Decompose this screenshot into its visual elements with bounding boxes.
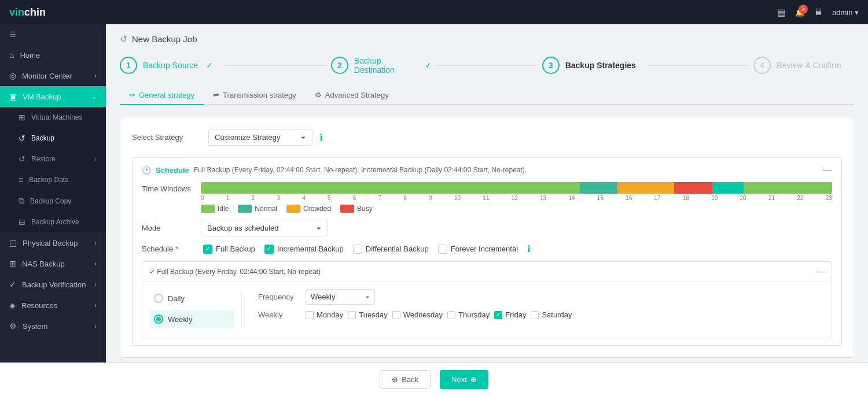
back-button[interactable]: ⊕ Back — [380, 370, 431, 389]
checkbox-full-backup[interactable]: ✓ Full Backup — [203, 245, 255, 254]
monitor-icon[interactable]: 🖥 — [814, 7, 823, 17]
day-friday-cb: ✓ — [494, 311, 502, 319]
resources-icon: ◈ — [9, 301, 16, 310]
admin-menu[interactable]: admin ▾ — [832, 8, 859, 17]
schedule-title: Schedule — [156, 166, 189, 175]
time-windows-numbers: 01234567891011121314151617181920212223 — [201, 195, 832, 201]
sidebar-item-backup[interactable]: ↺ Backup — [0, 128, 106, 149]
freq-option-weekly[interactable]: Weekly — [149, 310, 234, 328]
legend-idle: Idle — [201, 205, 229, 213]
checkbox-incremental-backup[interactable]: ✓ Incremental Backup — [264, 245, 344, 254]
chevron-right-icon: › — [94, 260, 97, 267]
back-icon: ⊕ — [392, 375, 398, 384]
chevron-right-icon: › — [94, 281, 97, 288]
sidebar-item-label: Backup Verification — [22, 280, 86, 289]
schedule-check-label: Schedule * — [142, 245, 194, 253]
notification-bell[interactable]: 🔔3 — [795, 8, 804, 17]
mode-select[interactable]: Backup as scheduled Manual — [201, 220, 328, 236]
new-backup-job-icon: ↺ — [120, 34, 127, 45]
sidebar-item-nas-backup[interactable]: ⊞ NAS Backup › — [0, 253, 106, 274]
tw-segment-busy — [674, 182, 712, 194]
schedule-section: 🕐 Schedule Full Backup (Every Friday, 02… — [132, 157, 842, 346]
day-tuesday[interactable]: Tuesday — [348, 310, 387, 319]
sidebar-toggle[interactable]: ☰ — [0, 24, 106, 45]
day-saturday[interactable]: Saturday — [531, 310, 572, 319]
strategy-select[interactable]: Customize Strategy Default Strategy — [208, 129, 312, 146]
logo-vin: vin — [9, 6, 24, 18]
step-label-backup-source[interactable]: Backup Source — [143, 61, 198, 70]
tab-transmission-strategy[interactable]: ⇌ Transmission strategy — [204, 86, 306, 105]
vm-backup-icon: ▣ — [9, 92, 17, 101]
checkbox-differential-backup-icon — [353, 245, 362, 254]
sidebar-item-label: Monitor Center — [22, 72, 72, 80]
strategy-label: Select Strategy — [132, 133, 201, 142]
mode-label: Mode — [142, 224, 194, 232]
radio-weekly-inner — [156, 317, 161, 321]
freq-option-daily[interactable]: Daily — [149, 289, 234, 308]
step-label-backup-destination[interactable]: Backup Destination — [354, 56, 417, 75]
schedule-info-icon[interactable]: ℹ — [527, 243, 531, 254]
step-backup-strategies: 3 Backup Strategies — [542, 57, 643, 74]
sidebar: ☰ ⌂ Home ◎ Monitor Center › ▣ VM Backup … — [0, 24, 106, 362]
message-icon[interactable]: ▤ — [777, 7, 786, 18]
chevron-right-icon: › — [94, 302, 97, 309]
day-friday[interactable]: ✓ Friday — [494, 310, 526, 319]
tw-segment-idle1 — [201, 182, 580, 194]
checkbox-differential-backup-label: Differential Backup — [366, 245, 429, 253]
sidebar-item-label: Virtual Machines — [31, 113, 83, 121]
sidebar-item-virtual-machines[interactable]: ⊞ Virtual Machines — [0, 107, 106, 128]
sidebar-item-monitor-center[interactable]: ◎ Monitor Center › — [0, 65, 106, 86]
step-circle-4: 4 — [753, 57, 771, 74]
strategy-content-card: Select Strategy Customize Strategy Defau… — [120, 117, 854, 358]
radio-weekly — [154, 314, 163, 324]
backup-copy-icon: ⧉ — [19, 196, 24, 206]
backup-detail-collapse-icon[interactable]: — — [815, 267, 825, 277]
sidebar-item-backup-data[interactable]: ≡ Backup Data — [0, 169, 106, 190]
day-thursday-cb — [447, 311, 455, 319]
weekly-label: Weekly — [258, 310, 299, 319]
tab-general-strategy[interactable]: ✏ General strategy — [120, 86, 204, 105]
page-title: New Backup Job — [132, 34, 197, 44]
mode-row: Mode Backup as scheduled Manual — [142, 220, 832, 236]
step-number-4: 4 — [760, 61, 764, 70]
sidebar-item-restore[interactable]: ↺ Restore › — [0, 149, 106, 169]
strategy-info-icon[interactable]: ℹ — [319, 132, 323, 143]
next-button[interactable]: Next ⊕ — [440, 370, 488, 389]
frequency-select[interactable]: Weekly Daily Monthly — [306, 289, 375, 305]
day-saturday-label: Saturday — [542, 310, 572, 319]
time-windows-row: Time Windows 012345678910111213141516171… — [142, 182, 832, 213]
sidebar-item-backup-archive[interactable]: ⊟ Backup Archive — [0, 212, 106, 232]
schedule-collapse-icon[interactable]: — — [823, 165, 832, 175]
sidebar-item-home[interactable]: ⌂ Home — [0, 45, 106, 65]
legend-idle-color — [201, 205, 215, 213]
step-label-review-confirm[interactable]: Review & Confirm — [777, 61, 841, 70]
tab-label-advanced-strategy: Advanced Strategy — [325, 91, 389, 99]
checkbox-differential-backup[interactable]: Differential Backup — [353, 245, 429, 254]
sidebar-item-label: Backup Copy — [30, 197, 71, 205]
next-label: Next — [451, 375, 467, 384]
chevron-right-icon: › — [94, 323, 97, 330]
strategy-row: Select Strategy Customize Strategy Defau… — [132, 129, 842, 146]
day-monday-cb — [306, 311, 314, 319]
schedule-header: 🕐 Schedule Full Backup (Every Friday, 02… — [142, 165, 832, 175]
step-label-backup-strategies[interactable]: Backup Strategies — [565, 61, 636, 70]
checkbox-forever-incremental[interactable]: Forever Incremental — [438, 245, 518, 254]
frequency-options: Daily Weekly — [149, 289, 242, 331]
step-divider-1 — [225, 65, 326, 66]
sidebar-item-resources[interactable]: ◈ Resources › — [0, 295, 106, 316]
checkbox-forever-incremental-icon — [438, 245, 447, 254]
sidebar-item-backup-copy[interactable]: ⧉ Backup Copy — [0, 190, 106, 212]
logo-chin: chin — [24, 6, 46, 18]
monitor-center-icon: ◎ — [9, 71, 16, 80]
day-thursday[interactable]: Thursday — [447, 310, 490, 319]
legend-crowded-color — [286, 205, 300, 213]
sidebar-item-vm-backup[interactable]: ▣ VM Backup ⌄ — [0, 86, 106, 107]
tw-segment-idle2 — [744, 182, 832, 194]
backup-data-icon: ≡ — [19, 175, 23, 184]
sidebar-item-backup-verification[interactable]: ✓ Backup Verification › — [0, 274, 106, 295]
tab-advanced-strategy[interactable]: ⚙ Advanced Strategy — [306, 86, 398, 105]
day-monday[interactable]: Monday — [306, 310, 343, 319]
sidebar-item-physical-backup[interactable]: ◫ Physical Backup › — [0, 232, 106, 253]
sidebar-item-system[interactable]: ⚙ System › — [0, 316, 106, 336]
day-wednesday[interactable]: Wednesday — [392, 310, 443, 319]
